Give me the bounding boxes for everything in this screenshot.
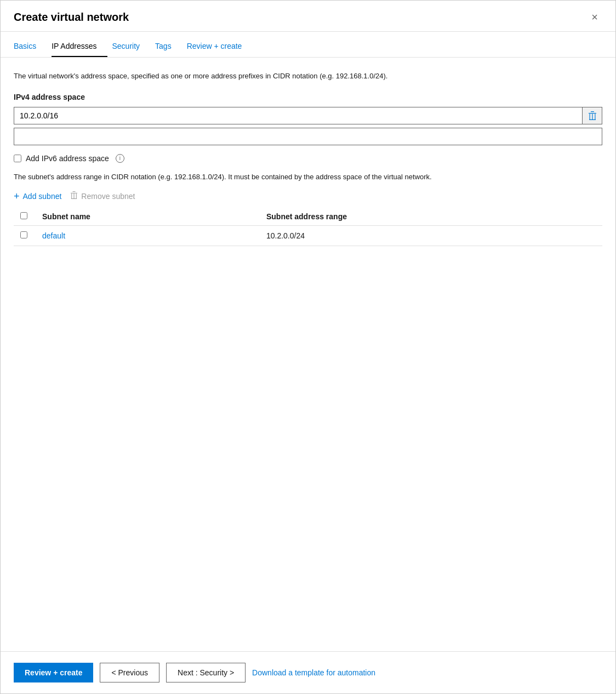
svg-rect-2 xyxy=(589,113,590,120)
trash-icon xyxy=(588,111,597,121)
ipv4-address-input[interactable] xyxy=(14,107,583,124)
svg-rect-4 xyxy=(595,113,595,120)
address-space-description: The virtual network's address space, spe… xyxy=(14,71,602,82)
subnet-table: Subnet name Subnet address range default… xyxy=(14,208,602,246)
subnet-name-link[interactable]: default xyxy=(42,231,65,240)
dialog-header: Create virtual network × xyxy=(1,1,615,32)
create-virtual-network-dialog: Create virtual network × Basics IP Addre… xyxy=(0,0,616,694)
svg-rect-8 xyxy=(72,194,72,199)
ipv4-input-row xyxy=(14,107,602,124)
remove-subnet-button[interactable]: Remove subnet xyxy=(70,191,135,201)
svg-rect-6 xyxy=(71,193,77,194)
dialog-title: Create virtual network xyxy=(14,11,129,24)
close-button[interactable]: × xyxy=(587,9,602,25)
table-row: default 10.2.0.0/24 xyxy=(14,226,602,246)
svg-rect-7 xyxy=(73,191,76,192)
dialog-footer: Review + create < Previous Next : Securi… xyxy=(1,651,615,693)
svg-rect-10 xyxy=(76,194,77,199)
subnet-name-cell: default xyxy=(36,226,260,246)
tab-basics[interactable]: Basics xyxy=(14,36,47,57)
svg-rect-3 xyxy=(592,113,592,120)
main-content: The virtual network's address space, spe… xyxy=(1,58,615,651)
row-checkbox[interactable] xyxy=(20,231,27,238)
col-subnet-name: Subnet name xyxy=(36,208,260,226)
col-subnet-range: Subnet address range xyxy=(260,208,602,226)
tab-ip-addresses[interactable]: IP Addresses xyxy=(52,36,107,57)
remove-subnet-label: Remove subnet xyxy=(81,192,135,201)
svg-rect-0 xyxy=(589,113,596,113)
remove-subnet-trash-icon xyxy=(70,191,78,201)
add-subnet-button[interactable]: + Add subnet xyxy=(14,191,61,201)
subnet-actions: + Add subnet Remove subnet xyxy=(14,191,602,201)
col-checkbox xyxy=(14,208,36,226)
ipv6-checkbox-row: Add IPv6 address space i xyxy=(14,154,602,163)
svg-rect-1 xyxy=(591,111,594,112)
tab-tags[interactable]: Tags xyxy=(155,36,182,57)
select-all-checkbox[interactable] xyxy=(20,212,27,219)
svg-rect-5 xyxy=(589,119,596,120)
tab-security[interactable]: Security xyxy=(112,36,151,57)
automation-template-link[interactable]: Download a template for automation xyxy=(252,668,375,677)
tabs-nav: Basics IP Addresses Security Tags Review… xyxy=(1,36,615,58)
svg-rect-9 xyxy=(74,194,75,199)
ipv6-checkbox[interactable] xyxy=(14,155,21,162)
subnet-range-cell: 10.2.0.0/24 xyxy=(260,226,602,246)
next-security-button[interactable]: Next : Security > xyxy=(166,663,246,682)
previous-button[interactable]: < Previous xyxy=(100,663,159,682)
review-create-button[interactable]: Review + create xyxy=(14,663,93,682)
ipv6-info-icon[interactable]: i xyxy=(116,154,124,163)
subnet-description: The subnet's address range in CIDR notat… xyxy=(14,172,602,183)
ipv6-checkbox-label[interactable]: Add IPv6 address space xyxy=(26,154,109,163)
row-checkbox-cell xyxy=(14,226,36,246)
tab-review-create[interactable]: Review + create xyxy=(187,36,253,57)
delete-ipv4-button[interactable] xyxy=(583,107,602,124)
svg-rect-11 xyxy=(71,198,77,199)
add-subnet-label: Add subnet xyxy=(23,192,62,201)
add-icon: + xyxy=(14,191,20,201)
ipv4-section-title: IPv4 address space xyxy=(14,93,602,101)
ipv4-additional-input[interactable] xyxy=(14,128,602,145)
